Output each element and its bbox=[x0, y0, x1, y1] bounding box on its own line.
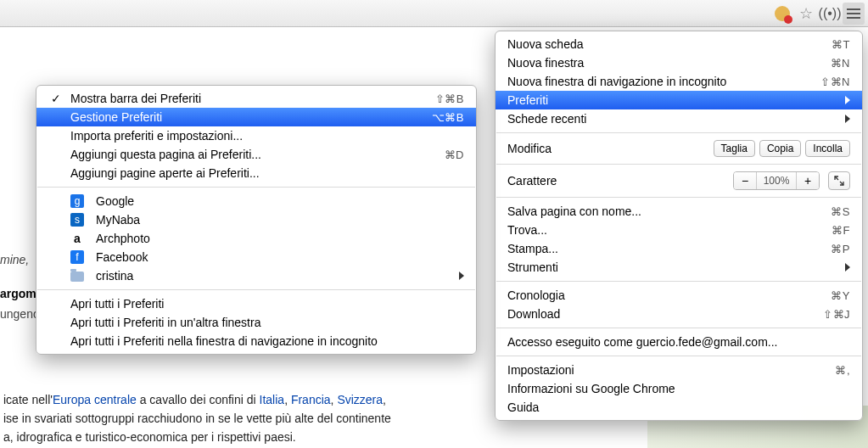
label: Strumenti bbox=[507, 260, 558, 274]
label: Guida bbox=[507, 400, 539, 414]
chevron-right-icon bbox=[845, 96, 850, 104]
menu-new-incognito[interactable]: Nuova finestra di navigazione in incogni… bbox=[496, 72, 862, 91]
menu-bookmarks[interactable]: Preferiti bbox=[496, 91, 862, 109]
menu-zoom-row: Carattere − 100% + bbox=[496, 169, 862, 193]
menu-print[interactable]: Stampa... ⌘P bbox=[496, 239, 862, 258]
submenu-add-page[interactable]: Aggiungi questa pagina ai Preferiti... ⌘… bbox=[36, 145, 476, 164]
label: Salva pagina con nome... bbox=[507, 204, 641, 218]
cookie-block-icon[interactable] bbox=[771, 3, 793, 25]
bookmark-mynaba[interactable]: sMyNaba bbox=[36, 210, 476, 229]
label: Gestione Preferiti bbox=[70, 110, 162, 124]
copy-button[interactable]: Copia bbox=[759, 140, 801, 157]
shortcut: ⇧⌘N bbox=[820, 76, 850, 88]
hamburger-icon bbox=[847, 8, 860, 19]
separator bbox=[37, 187, 475, 188]
label: Nuova scheda bbox=[507, 37, 584, 51]
shortcut: ⌘S bbox=[831, 205, 850, 218]
link-svizzera[interactable]: Svizzera bbox=[337, 393, 383, 406]
chevron-right-icon bbox=[459, 272, 464, 280]
label: Stampa... bbox=[507, 242, 558, 255]
label: Carattere bbox=[507, 174, 557, 188]
label: cristina bbox=[96, 269, 133, 283]
label: Modifica bbox=[507, 142, 552, 155]
sharepoint-icon: s bbox=[70, 213, 84, 227]
menu-new-window[interactable]: Nuova finestra ⌘N bbox=[496, 53, 862, 72]
label: Apri tutti i Preferiti nella finestra di… bbox=[70, 334, 378, 348]
zoom-in-button[interactable]: + bbox=[797, 172, 819, 189]
label: Mostra barra dei Preferiti bbox=[70, 92, 201, 105]
shortcut: ⌘Y bbox=[831, 289, 850, 302]
menu-recent-tabs[interactable]: Schede recenti bbox=[496, 109, 862, 128]
bookmark-folder-cristina[interactable]: cristina bbox=[36, 266, 476, 285]
separator bbox=[496, 197, 861, 198]
label: Cronologia bbox=[507, 288, 565, 302]
label: Nuova finestra di navigazione in incogni… bbox=[507, 75, 726, 88]
chevron-right-icon bbox=[845, 115, 850, 123]
menu-find[interactable]: Trova... ⌘F bbox=[496, 221, 862, 239]
shortcut: ⌘T bbox=[832, 38, 850, 51]
submenu-open-all-incognito[interactable]: Apri tutti i Preferiti nella finestra di… bbox=[36, 332, 476, 350]
submenu-open-all-newwin[interactable]: Apri tutti i Preferiti in un'altra fines… bbox=[36, 313, 476, 332]
chrome-main-menu: Nuova scheda ⌘T Nuova finestra ⌘N Nuova … bbox=[495, 31, 863, 421]
paste-button[interactable]: Incolla bbox=[805, 140, 850, 157]
label: MyNaba bbox=[96, 213, 140, 227]
submenu-manager[interactable]: Gestione Preferiti ⌥⌘B bbox=[36, 108, 476, 126]
menu-save-as[interactable]: Salva pagina con nome... ⌘S bbox=[496, 202, 862, 221]
shortcut: ⌘, bbox=[835, 364, 850, 377]
menu-new-tab[interactable]: Nuova scheda ⌘T bbox=[496, 35, 862, 53]
separator bbox=[37, 289, 475, 290]
menu-help[interactable]: Guida bbox=[496, 398, 862, 417]
label: Preferiti bbox=[507, 93, 548, 107]
link-europa[interactable]: Europa centrale bbox=[53, 393, 137, 406]
label: Google bbox=[96, 194, 134, 208]
label: Facebook bbox=[96, 250, 148, 264]
label: Importa preferiti e impostazioni... bbox=[70, 129, 243, 143]
menu-about[interactable]: Informazioni su Google Chrome bbox=[496, 379, 862, 398]
link-francia[interactable]: Francia bbox=[291, 393, 331, 406]
check-icon: ✓ bbox=[48, 92, 64, 105]
label: Aggiungi pagine aperte ai Preferiti... bbox=[70, 166, 260, 180]
menu-signed-in[interactable]: Accesso eseguito come guercio.fede@gmail… bbox=[496, 333, 862, 351]
text: a cavallo dei confini di bbox=[137, 393, 260, 406]
separator bbox=[496, 132, 861, 133]
menu-tools[interactable]: Strumenti bbox=[496, 258, 862, 277]
broadcast-icon[interactable]: ((•)) bbox=[819, 3, 841, 25]
bookmarks-submenu: ✓Mostra barra dei Preferiti ⇧⌘B Gestione… bbox=[36, 85, 477, 355]
bookmark-star-icon[interactable]: ☆ bbox=[795, 3, 817, 25]
bookmark-google[interactable]: gGoogle bbox=[36, 192, 476, 210]
bookmark-facebook[interactable]: fFacebook bbox=[36, 248, 476, 266]
submenu-import[interactable]: Importa preferiti e impostazioni... bbox=[36, 126, 476, 145]
shortcut: ⌘P bbox=[831, 243, 850, 255]
submenu-add-open[interactable]: Aggiungi pagine aperte ai Preferiti... bbox=[36, 164, 476, 182]
browser-toolbar: ☆ ((•)) bbox=[0, 0, 868, 27]
shortcut: ⇧⌘J bbox=[823, 308, 850, 321]
chevron-right-icon bbox=[845, 263, 850, 272]
separator bbox=[496, 281, 861, 282]
cut-button[interactable]: Taglia bbox=[714, 140, 755, 157]
zoom-out-button[interactable]: − bbox=[734, 172, 756, 189]
fullscreen-button[interactable] bbox=[828, 171, 850, 190]
zoom-value: 100% bbox=[756, 172, 797, 189]
main-menu-button[interactable] bbox=[843, 3, 865, 25]
shortcut: ⌘D bbox=[445, 148, 464, 161]
shortcut: ⌘F bbox=[832, 224, 850, 237]
menu-settings[interactable]: Impostazioni ⌘, bbox=[496, 361, 862, 379]
google-icon: g bbox=[70, 194, 84, 208]
submenu-open-all[interactable]: Apri tutti i Preferiti bbox=[36, 294, 476, 313]
submenu-show-bar[interactable]: ✓Mostra barra dei Preferiti ⇧⌘B bbox=[36, 89, 476, 108]
separator bbox=[496, 164, 861, 165]
zoom-control: − 100% + bbox=[733, 171, 820, 190]
separator bbox=[496, 356, 861, 356]
menu-downloads[interactable]: Download ⇧⌘J bbox=[496, 305, 862, 323]
label: Impostazioni bbox=[507, 363, 574, 377]
separator bbox=[496, 328, 861, 328]
link-italia[interactable]: Italia bbox=[260, 393, 285, 406]
label: Aggiungi questa pagina ai Preferiti... bbox=[70, 148, 261, 161]
label: Trova... bbox=[507, 223, 547, 237]
menu-history[interactable]: Cronologia ⌘Y bbox=[496, 286, 862, 305]
shortcut: ⌥⌘B bbox=[432, 111, 464, 124]
bookmark-archphoto[interactable]: aArchphoto bbox=[36, 229, 476, 248]
label: Informazioni su Google Chrome bbox=[507, 382, 675, 395]
text: , bbox=[383, 393, 386, 406]
fullscreen-icon bbox=[834, 176, 844, 186]
